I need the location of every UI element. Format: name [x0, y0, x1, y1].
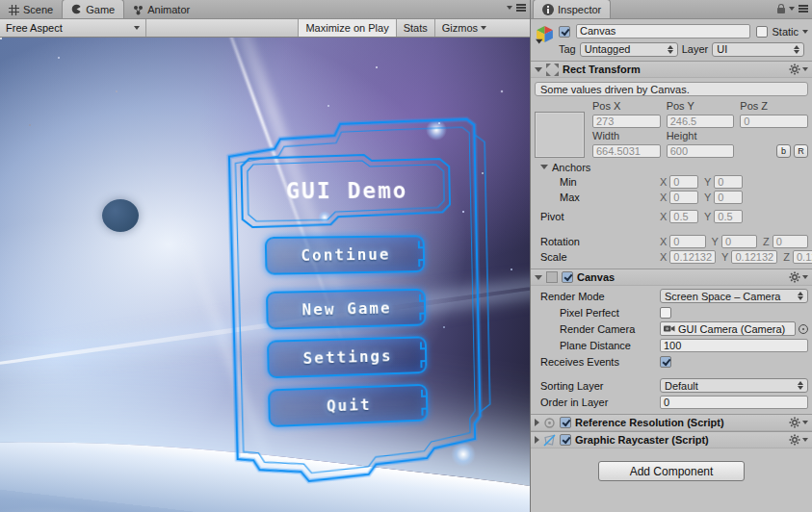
anchors-foldout-icon[interactable] — [540, 165, 548, 169]
order-in-layer-field[interactable]: 0 — [660, 396, 808, 409]
reference-resolution-checkbox[interactable] — [560, 417, 571, 428]
quit-button[interactable]: Quit — [268, 384, 428, 427]
tab-game-label: Game — [86, 4, 115, 15]
receives-events-row: Receives Events — [531, 353, 812, 370]
inspector-menu-icon[interactable] — [799, 5, 808, 13]
tab-animator[interactable]: Animator — [124, 1, 198, 18]
pivot-y-field[interactable]: 0.5 — [714, 210, 743, 223]
canvas-enabled-checkbox[interactable] — [562, 271, 573, 283]
plane-distance-row: Plane Distance 100 — [531, 337, 812, 353]
gear-icon[interactable] — [789, 434, 800, 446]
sorting-layer-dropdown[interactable]: Default — [660, 378, 808, 393]
rotation-y-field[interactable]: 0 — [721, 235, 757, 248]
settings-button[interactable]: Settings — [267, 336, 427, 378]
scene-grid-icon — [9, 5, 19, 15]
object-picker-icon[interactable] — [799, 324, 808, 334]
rotation-label: Rotation — [535, 236, 660, 247]
tab-game[interactable]: Game — [62, 0, 124, 18]
continue-button[interactable]: Continue — [265, 235, 426, 274]
unity-editor-window: Scene Game Animator Free Aspect Max — [0, 0, 812, 512]
rotation-x-field[interactable]: 0 — [669, 235, 705, 248]
height-field[interactable]: 600 — [667, 144, 735, 158]
name-field[interactable]: Canvas — [576, 24, 750, 38]
anchors-max-x-field[interactable]: 0 — [669, 191, 698, 204]
rotation-z-field[interactable]: 0 — [773, 235, 808, 248]
graphic-raycaster-title: Graphic Raycaster (Script) — [575, 434, 709, 446]
layer-dropdown[interactable]: UI — [712, 42, 804, 57]
render-mode-value: Screen Space – Camera — [665, 291, 780, 302]
pos-x-label: Pos X — [592, 100, 661, 113]
graphic-raycaster-checkbox[interactable] — [560, 434, 571, 446]
sorting-layer-label: Sorting Layer — [535, 380, 660, 392]
gear-icon[interactable] — [789, 64, 800, 75]
plane-distance-field[interactable]: 100 — [660, 339, 808, 352]
lock-icon[interactable] — [777, 8, 785, 13]
stars-backdrop — [0, 38, 2, 39]
reference-resolution-title: Reference Resolution (Script) — [575, 417, 724, 428]
active-checkbox[interactable] — [559, 26, 570, 38]
anchors-min-y-field[interactable]: 0 — [714, 175, 743, 189]
inspector-dropdown-icon[interactable] — [789, 7, 795, 11]
foldout-open-icon[interactable] — [535, 67, 542, 72]
static-dropdown-icon[interactable] — [802, 30, 808, 34]
gizmos-button[interactable]: Gizmos — [434, 19, 493, 37]
scale-y-field[interactable]: 0.12132 — [731, 250, 777, 264]
gear-icon[interactable] — [789, 271, 800, 283]
gameobject-cube-icon — [535, 24, 555, 44]
reference-resolution-header[interactable]: Reference Resolution (Script) — [531, 414, 812, 431]
pixel-perfect-checkbox[interactable] — [660, 307, 671, 319]
plane-distance-value: 100 — [664, 340, 681, 351]
anchors-max-y-field[interactable]: 0 — [714, 191, 743, 204]
scale-row: Scale X 0.12132 Y 0.12132 Z 0.12132 — [531, 249, 812, 265]
new-game-button[interactable]: New Game — [266, 289, 427, 330]
receives-events-checkbox[interactable] — [660, 356, 671, 368]
render-camera-label: Render Camera — [535, 323, 660, 335]
anchors-min-x-field[interactable]: 0 — [669, 175, 698, 189]
order-in-layer-row: Order in Layer 0 — [531, 394, 812, 410]
anchors-foldout-row[interactable]: Anchors — [531, 160, 812, 174]
width-value: 664.5031 — [596, 145, 641, 157]
pos-x-value: 273 — [596, 115, 614, 127]
render-mode-dropdown[interactable]: Screen Space – Camera — [660, 289, 808, 303]
tab-scene[interactable]: Scene — [0, 1, 62, 18]
width-field[interactable]: 664.5031 — [592, 144, 661, 158]
gear-dropdown-icon — [802, 275, 808, 279]
pivot-x-field[interactable]: 0.5 — [669, 210, 698, 223]
new-game-label: New Game — [301, 298, 391, 319]
pane-dropdown-icon[interactable] — [507, 6, 512, 10]
maximize-on-play-button[interactable]: Maximize on Play — [298, 19, 395, 37]
static-checkbox[interactable] — [756, 26, 768, 38]
blueprint-mode-button[interactable]: b — [776, 144, 791, 158]
foldout-open-icon[interactable] — [535, 275, 542, 280]
pixel-perfect-row: Pixel Perfect — [531, 304, 812, 320]
continue-label: Continue — [301, 245, 390, 265]
rotation-y-value: 0 — [725, 236, 731, 247]
scale-x-field[interactable]: 0.12132 — [669, 250, 716, 264]
rect-transform-title: Rect Transform — [563, 64, 641, 75]
add-component-button[interactable]: Add Component — [598, 461, 745, 481]
render-camera-field[interactable]: GUI Camera (Camera) — [660, 321, 796, 336]
rect-transform-grid: Pos X Pos Y Pos Z 273 246.5 0 Width Heig… — [531, 98, 812, 160]
pos-y-field[interactable]: 246.5 — [667, 115, 735, 128]
foldout-closed-icon[interactable] — [535, 436, 539, 444]
rect-transform-header[interactable]: Rect Transform — [531, 61, 812, 78]
tab-inspector[interactable]: Inspector — [533, 0, 611, 18]
raw-edit-button[interactable]: R — [794, 144, 808, 158]
canvas-component-header[interactable]: Canvas — [531, 269, 812, 286]
stats-button[interactable]: Stats — [396, 19, 434, 37]
sorting-layer-row: Sorting Layer Default — [531, 377, 812, 394]
aspect-dropdown[interactable]: Free Aspect — [0, 19, 146, 37]
anchor-preview-box[interactable] — [535, 112, 585, 158]
foldout-closed-icon[interactable] — [535, 419, 539, 426]
pane-menu-icon[interactable] — [516, 4, 526, 12]
pos-x-field[interactable]: 273 — [592, 115, 661, 128]
tag-dropdown[interactable]: Untagged — [580, 42, 678, 57]
pos-y-value: 246.5 — [670, 115, 697, 127]
gizmos-label: Gizmos — [442, 22, 478, 34]
graphic-raycaster-header[interactable]: Graphic Raycaster (Script) — [531, 431, 812, 448]
gear-icon[interactable] — [789, 417, 800, 428]
plane-distance-label: Plane Distance — [535, 340, 660, 351]
scale-z-field[interactable]: 0.12132 — [793, 250, 812, 264]
anchors-min-row: Min X 0 Y 0 — [531, 174, 812, 190]
pos-z-field[interactable]: 0 — [740, 115, 808, 128]
